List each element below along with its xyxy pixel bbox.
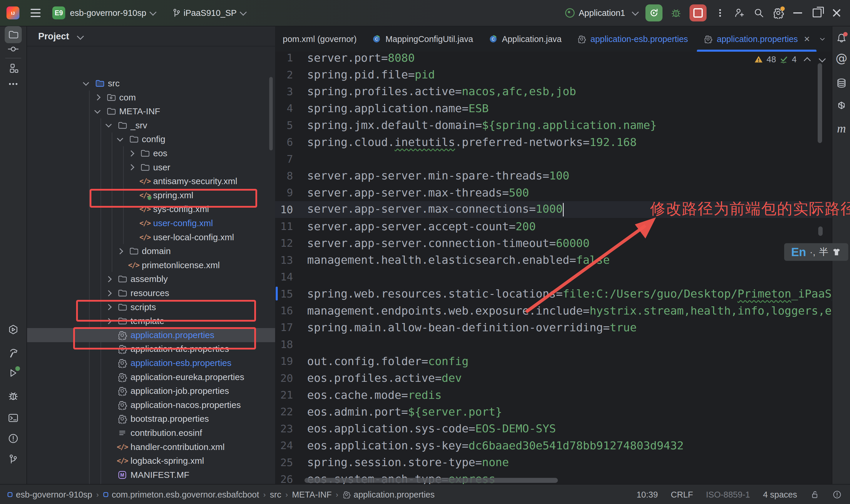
code-line-19[interactable]: 19out.config.folder=config	[275, 353, 832, 370]
close-button[interactable]	[831, 7, 843, 19]
more-tool-windows-icon[interactable]	[7, 78, 19, 90]
search-icon[interactable]	[753, 7, 765, 19]
tree-item--srv[interactable]: _srv	[27, 119, 275, 132]
tree-chevron-down-icon[interactable]	[117, 136, 123, 142]
tree-item-bootstrap-properties[interactable]: bootstrap.properties	[27, 412, 275, 426]
plugin-knot-icon[interactable]	[836, 101, 847, 112]
tree-item-logback-spring-xml[interactable]: </>logback-spring.xml	[27, 454, 275, 468]
tree-item-template[interactable]: template	[27, 314, 275, 328]
panel-scrollbar[interactable]	[269, 77, 273, 150]
tree-item-config[interactable]: config	[27, 132, 275, 146]
code-line-22[interactable]: 22eos.admin.port=${server.port}	[275, 403, 832, 420]
tree-item-manifest-mf[interactable]: MMANIFEST.MF	[27, 468, 275, 482]
editor[interactable]: 1server.port=80802spring.pid.file=pid3sp…	[275, 52, 832, 484]
code-line-1[interactable]: 1server.port=8080	[275, 52, 832, 66]
tree-item-spring-xml[interactable]: </>spring.xml	[27, 188, 275, 202]
status-4-spaces[interactable]: 4 spaces	[763, 490, 797, 500]
tree-chevron-right-icon[interactable]	[105, 318, 112, 324]
code-line-18[interactable]: 18	[275, 336, 832, 353]
tree-item-contribution-eosinf[interactable]: contribution.eosinf	[27, 426, 275, 440]
code-line-8[interactable]: 8server.app-server.min-spare-threads=100	[275, 167, 832, 184]
ime-status-badge[interactable]: En ·, 半	[784, 243, 848, 261]
code-line-5[interactable]: 5spring.jmx.default-domain=${spring.appl…	[275, 117, 832, 133]
status-crlf[interactable]: CRLF	[671, 490, 693, 500]
run-anything-icon[interactable]	[7, 324, 19, 335]
tab-application-java[interactable]: CApplication.java	[481, 26, 569, 52]
tree-item-user-config-xml[interactable]: </>user-config.xml	[27, 216, 275, 230]
tree-chevron-down-icon[interactable]	[94, 108, 100, 114]
tab-mappingconfigutil-java[interactable]: CMappingConfigUtil.java	[364, 26, 481, 52]
tab-list-chevron-icon[interactable]	[818, 34, 827, 44]
code-line-7[interactable]: 7	[275, 150, 832, 167]
add-user-icon[interactable]	[734, 7, 745, 19]
editor-horizontal-scrollbar[interactable]	[305, 478, 558, 483]
code-line-23[interactable]: 23eos.application.sys-code=EOS-DEMO-SYS	[275, 420, 832, 437]
code-line-16[interactable]: 16management.endpoints.web.exposure.incl…	[275, 302, 832, 319]
tree-item-primetonlicense-xml[interactable]: </>primetonlicense.xml	[27, 258, 275, 272]
code-line-12[interactable]: 12server.app-server.connection-timeout=6…	[275, 235, 832, 251]
tree-chevron-right-icon[interactable]	[105, 290, 112, 296]
tree-item-application-properties[interactable]: application.properties	[27, 328, 275, 342]
tree-chevron-right-icon[interactable]	[94, 94, 100, 101]
tree-item-eos[interactable]: eos	[27, 146, 275, 160]
editor-scrollbar-mark[interactable]	[818, 227, 823, 236]
debug-tool-icon[interactable]	[7, 390, 19, 401]
tree-item-user-local-config-xml[interactable]: </>user-local-config.xml	[27, 230, 275, 245]
tree-item-user[interactable]: user	[27, 160, 275, 175]
code-line-3[interactable]: 3spring.profiles.active=nacos,afc,esb,jo…	[275, 83, 832, 100]
settings-gear-icon[interactable]	[773, 7, 784, 19]
structure-icon[interactable]	[7, 63, 19, 74]
tab-pom-xml-governor-[interactable]: pom.xml (governor)	[275, 26, 364, 52]
main-menu-icon[interactable]	[31, 9, 40, 17]
code-line-13[interactable]: 13management.health.elasticsearch.enable…	[275, 252, 832, 268]
commit-icon[interactable]	[7, 43, 19, 55]
close-tab-icon[interactable]: ✕	[804, 35, 810, 44]
tree-item-src[interactable]: src	[27, 76, 275, 90]
code-line-4[interactable]: 4spring.application.name=ESB	[275, 100, 832, 116]
error-info-icon[interactable]	[832, 490, 842, 499]
status-10-39[interactable]: 10:39	[637, 490, 658, 500]
tree-item-antisamy-security-xml[interactable]: </>antisamy-security.xml	[27, 174, 275, 188]
tree-chevron-right-icon[interactable]	[105, 276, 112, 282]
code-line-25[interactable]: 25spring.session.store-type=none	[275, 454, 832, 470]
code-line-20[interactable]: 20eos.profiles.active=dev	[275, 370, 832, 386]
minimize-button[interactable]	[792, 7, 803, 19]
project-badge[interactable]: E9	[52, 6, 65, 19]
tree-chevron-right-icon[interactable]	[128, 164, 134, 170]
chevron-up-icon[interactable]	[804, 57, 811, 64]
rerun-button[interactable]	[645, 4, 662, 21]
code-line-14[interactable]: 14	[275, 268, 832, 285]
stop-button[interactable]	[690, 4, 707, 21]
tree-item-meta-inf[interactable]: META-INF	[27, 104, 275, 119]
tree-item-application-eureka-properties[interactable]: application-eureka.properties	[27, 370, 275, 384]
tab-application-properties[interactable]: application.properties✕	[696, 26, 818, 52]
more-actions-icon[interactable]	[714, 7, 726, 19]
breadcrumb-item[interactable]: application.properties	[342, 490, 435, 500]
code-line-6[interactable]: 6spring.cloud.inetutils.preferred-networ…	[275, 133, 832, 150]
code-line-2[interactable]: 2spring.pid.file=pid	[275, 66, 832, 83]
ai-assistant-icon[interactable]: @	[836, 51, 847, 65]
editor-vertical-scrollbar[interactable]	[818, 63, 822, 143]
tree-item-assembly[interactable]: assembly	[27, 272, 275, 286]
tree-item-application-afc-properties[interactable]: application-afc.properties	[27, 342, 275, 356]
git-tool-icon[interactable]	[7, 453, 19, 465]
tree-chevron-right-icon[interactable]	[105, 304, 112, 310]
project-folder-icon[interactable]	[5, 26, 22, 43]
database-icon[interactable]	[836, 77, 847, 89]
tree-chevron-down-icon[interactable]	[83, 79, 89, 86]
project-selector[interactable]: esb-governor-910sp	[65, 8, 155, 18]
tree-item-domain[interactable]: domain	[27, 244, 275, 258]
tree-item-handler-contribution-xml[interactable]: </>handler-contribution.xml	[27, 440, 275, 454]
project-panel-header[interactable]: Project	[38, 31, 83, 42]
maximize-button[interactable]	[811, 7, 823, 19]
breadcrumb-item[interactable]: META-INF	[292, 490, 332, 500]
notifications-bell-icon[interactable]	[836, 33, 847, 44]
maven-icon[interactable]: m	[837, 121, 846, 136]
tree-item-resources[interactable]: resources	[27, 286, 275, 300]
chevron-down-icon[interactable]	[819, 55, 826, 62]
breadcrumb-item[interactable]: src	[270, 490, 281, 500]
code-line-24[interactable]: 24eos.application.sys-key=dc6baaed30e541…	[275, 437, 832, 454]
problems-icon[interactable]	[7, 433, 19, 444]
code-line-21[interactable]: 21eos.cache.mode=redis	[275, 386, 832, 403]
tab-application-esb-properties[interactable]: application-esb.properties	[569, 26, 696, 52]
